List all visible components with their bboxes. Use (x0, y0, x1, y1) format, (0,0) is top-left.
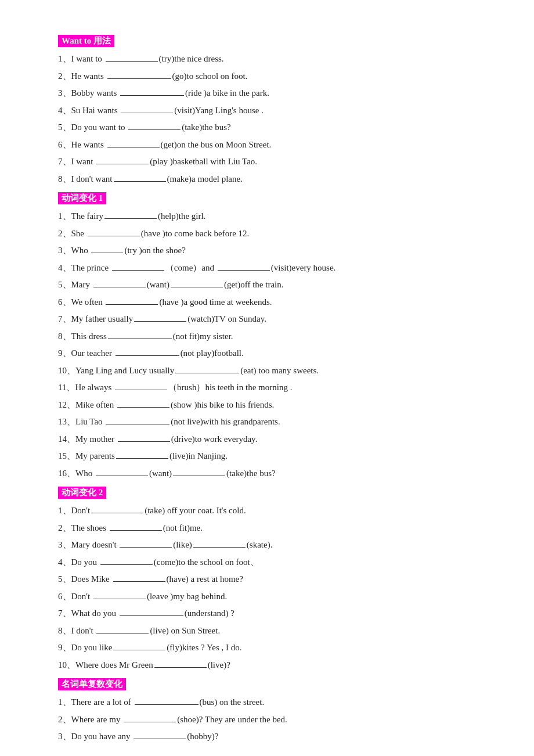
hint-text: (go) (172, 71, 187, 81)
hint-text: (live) (150, 626, 168, 635)
hint-text: (understand) (185, 609, 229, 618)
exercise-list-noun-plural: 1、There are a lot of (bus) on the street… (58, 695, 488, 744)
fill-blank (110, 530, 162, 531)
list-item: 6、Don't (leave )my bag behind. (58, 589, 488, 604)
list-item: 7、My father usually(watch)TV on Sunday. (58, 312, 488, 327)
hint-text: (ride ) (185, 88, 207, 98)
fill-blank (88, 236, 140, 236)
hint-text: (want) (149, 469, 172, 478)
hint-text: (shoe) (177, 715, 199, 724)
list-item: 3、Do you have any (hobby)? (58, 729, 488, 744)
fill-blank (134, 321, 186, 322)
fill-blank (154, 667, 207, 668)
hint-text: (have ) (141, 229, 165, 238)
fill-blank (96, 476, 148, 476)
list-item: 9、Do you like(fly)kites ? Yes , I do. (58, 640, 488, 656)
fill-blank (120, 95, 184, 96)
hint-text: (like) (173, 540, 192, 549)
fill-blank (91, 253, 123, 253)
list-item: 7、I want (play )basketball with Liu Tao. (58, 154, 488, 170)
fill-blank (107, 78, 171, 79)
list-item: 9、Our teacher (not play)football. (58, 346, 488, 361)
list-item: 5、Mary (want)(get)off the train. (58, 278, 488, 293)
hint-text: (want) (147, 280, 169, 289)
hint-text: (get) (161, 140, 177, 149)
section-title-noun-plural: 名词单复数变化 (58, 678, 126, 690)
fill-blank (135, 704, 199, 705)
fill-blank (93, 287, 146, 287)
fill-blank (124, 722, 176, 722)
hint-text: (live) (208, 660, 226, 669)
section-title-want-to: Want to 用法 (58, 35, 114, 47)
hint-text: （come） (165, 263, 201, 272)
fill-blank (96, 164, 149, 164)
list-item: 8、I don't (live) on Sun Street. (58, 624, 488, 639)
exercise-list-want-to: 1、I want to (try)the nice dress.2、He wan… (58, 52, 488, 186)
list-item: 7、What do you (understand) ? (58, 606, 488, 621)
list-item: 3、Bobby wants (ride )a bike in the park. (58, 86, 488, 101)
hint-text: (have) (167, 574, 189, 584)
list-item: 2、Where are my (shoe)? They are under th… (58, 712, 488, 728)
hint-text: (not play) (181, 348, 215, 358)
list-item: 15、My parents(live)in Nanjing. (58, 449, 488, 464)
list-item: 4、Su Hai wants (visit)Yang Ling's house … (58, 103, 488, 118)
list-item: 3、Mary doesn't (like)(skate). (58, 538, 488, 553)
fill-blank (93, 599, 146, 599)
fill-blank (108, 339, 172, 339)
hint-text: (make) (167, 174, 192, 183)
list-item: 2、He wants (go)to school on foot. (58, 69, 488, 84)
fill-blank (120, 615, 183, 616)
hint-text: (not fit) (163, 523, 190, 532)
hint-text: (watch) (187, 314, 214, 323)
list-item: 6、He wants (get)on the bus on Moon Stree… (58, 138, 488, 153)
hint-text: (take) (226, 469, 247, 478)
fill-blank (218, 270, 270, 271)
list-item: 10、Where does Mr Green(live)? (58, 658, 488, 673)
list-item: 10、Yang Ling and Lucy usually(eat) too m… (58, 363, 488, 379)
list-item: 14、My mother (drive)to work everyday. (58, 432, 488, 447)
list-item: 5、Does Mike (have) a rest at home? (58, 572, 488, 587)
section-title-verb-change-1: 动词变化 1 (58, 192, 106, 204)
fill-blank (112, 270, 164, 271)
fill-blank (114, 181, 166, 182)
hint-text: (live) (169, 451, 188, 460)
section-title-verb-change-2: 动词变化 2 (58, 487, 106, 499)
fill-blank (128, 129, 181, 130)
exercise-list-verb-change-1: 1、The fairy(help)the girl.2、She (have )t… (58, 209, 488, 481)
fill-blank (120, 547, 172, 548)
hint-text: (not fit) (173, 332, 200, 341)
hint-text: (help) (158, 211, 179, 221)
hint-text: (drive) (171, 434, 195, 444)
fill-blank (113, 650, 165, 650)
fill-blank (121, 113, 173, 113)
fill-blank (113, 581, 165, 582)
fill-blank (116, 355, 179, 356)
fill-blank (104, 218, 157, 219)
hint-text: (not live) (171, 417, 203, 426)
hint-text: (hobby) (187, 732, 215, 741)
fill-blank (118, 441, 170, 442)
fill-blank (173, 476, 225, 476)
fill-blank (91, 513, 143, 513)
fill-blank (106, 304, 158, 305)
fill-blank (193, 547, 246, 548)
list-item: 4、Do you (come)to the school on foot、 (58, 555, 488, 570)
fill-blank (175, 373, 239, 373)
hint-text: (fly) (167, 643, 182, 652)
fill-blank (117, 407, 169, 408)
list-item: 6、We often (have )a good time at weekend… (58, 295, 488, 310)
hint-text: (leave ) (147, 592, 173, 601)
list-item: 1、Don't(take) off your coat. It's cold. (58, 503, 488, 519)
hint-text: (skate) (247, 540, 270, 549)
fill-blank (100, 564, 153, 565)
list-item: 3、Who (try )on the shoe? (58, 243, 488, 258)
hint-text: (get) (224, 280, 240, 289)
hint-text: (show ) (171, 400, 197, 409)
fill-blank (107, 147, 160, 147)
fill-blank (116, 458, 168, 459)
fill-blank (106, 61, 158, 62)
fill-blank (134, 739, 186, 739)
hint-text: (try ) (124, 246, 142, 255)
list-item: 8、I don't want(make)a model plane. (58, 172, 488, 187)
exercise-list-verb-change-2: 1、Don't(take) off your coat. It's cold.2… (58, 503, 488, 672)
